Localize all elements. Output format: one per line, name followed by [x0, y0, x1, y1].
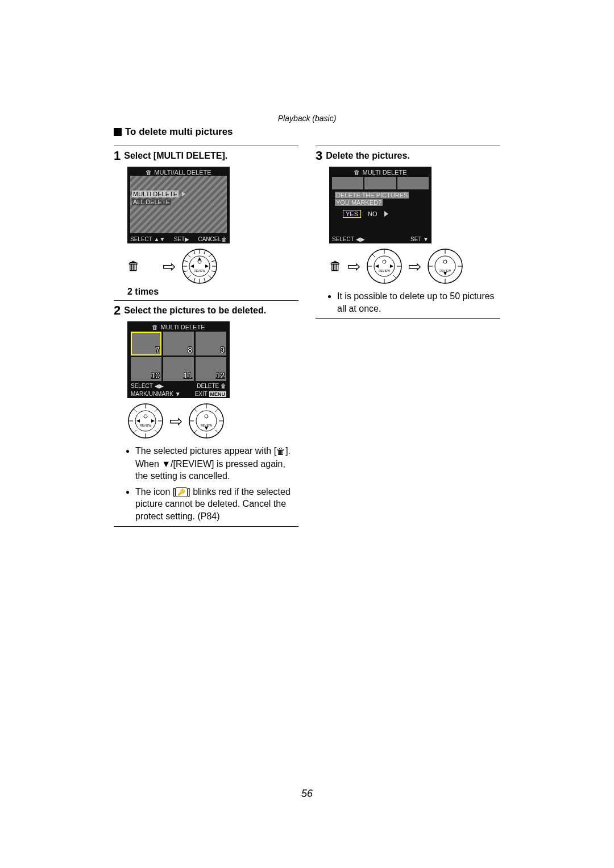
lcd1-option-all: ALL DELETE: [132, 199, 171, 205]
divider: [114, 146, 298, 146]
svg-text:REVIEW: REVIEW: [140, 424, 151, 427]
lcd3-yesno: YES NO: [343, 210, 388, 218]
note-item: The icon [🔑] blinks red if the selected …: [135, 486, 298, 523]
lcd3-title: 🗑 MULTI DELETE: [332, 169, 429, 176]
lcd3-message: DELETE THE PICTURES YOU MARKED?: [335, 192, 409, 206]
thumbnail: 11: [163, 357, 194, 381]
trash-icon: 🗑: [329, 260, 342, 272]
thumbnail: 10: [131, 357, 161, 381]
lcd3-footer: SELECT ◀▶ SET ▼: [332, 236, 429, 242]
step-2-header: 2 Select the pictures to be deleted.: [114, 304, 298, 317]
step-title: Delete the pictures.: [326, 150, 410, 161]
svg-text:REVIEW: REVIEW: [379, 269, 390, 272]
lcd-screen-1: 🗑 MULTI/ALL DELETE MULTI DELETE ALL DELE…: [127, 167, 230, 243]
thumbnail: 9: [196, 332, 226, 356]
no-option: NO: [368, 210, 377, 217]
divider: [114, 526, 298, 527]
divider: [316, 318, 500, 319]
protect-icon: 🔑: [175, 487, 188, 497]
arrow-right-icon: ⇨: [163, 257, 176, 276]
lcd3-thumb-strip: [332, 177, 429, 189]
manual-page: Playback (basic) To delete multi picture…: [0, 0, 614, 868]
svg-text:REVIEW: REVIEW: [201, 424, 212, 427]
lcd2-thumbnails: 7 8 9 10 11 12: [131, 332, 226, 381]
heading-bullet: [114, 128, 122, 136]
lcd1-footer: SELECT ▲▼ SET▶ CANCEL🗑: [130, 236, 227, 242]
down-icon: ▼: [423, 236, 429, 242]
lcd-screen-2: 🗑 MULTI DELETE 🗑 7 8 9 10 11 12 SELECT ◀…: [127, 321, 230, 398]
trash-icon: 🗑: [152, 324, 158, 330]
note-item: The selected pictures appear with [🗑]. W…: [135, 445, 298, 482]
lcd2-footer-row2: MARK/UNMARK ▼ EXIT MENU: [131, 391, 226, 397]
arrow-right-icon: ⇨: [347, 257, 360, 276]
step-3-header: 3 Delete the pictures.: [316, 150, 500, 162]
step3-notes: It is possible to delete up to 50 pictur…: [329, 290, 500, 315]
leftright-icon: ◀▶: [155, 383, 164, 389]
page-number: 56: [0, 788, 614, 800]
step-number: 2: [114, 304, 121, 317]
control-dial: REVIEW: [366, 248, 403, 284]
step-number: 3: [316, 150, 322, 162]
right-column: 3 Delete the pictures. 🗑 MULTI DELETE DE…: [316, 142, 500, 530]
right-icon: ▶: [185, 236, 189, 242]
divider: [114, 300, 298, 301]
review-label: REVIEW: [194, 269, 205, 272]
step1-controls: 🗑 ⇨: [127, 248, 298, 284]
down-icon: ▼: [175, 391, 181, 397]
arrow-right-icon: ⇨: [169, 412, 182, 431]
control-dial: REVIEW: [188, 403, 225, 439]
trash-icon: 🗑: [127, 260, 140, 272]
lcd-screen-3: 🗑 MULTI DELETE DELETE THE PICTURES YOU M…: [329, 167, 432, 243]
trash-icon: 🗑: [221, 383, 226, 389]
step2-notes: The selected pictures appear with [🗑]. W…: [127, 445, 298, 523]
chapter-label: Playback (basic): [114, 114, 500, 123]
step-1-header: 1 Select [MULTI DELETE].: [114, 150, 298, 162]
lcd1-option-multi: MULTI DELETE: [132, 191, 179, 197]
trash-icon: 🗑: [276, 445, 285, 458]
arrow-right-icon: ⇨: [408, 257, 421, 276]
section-heading: To delete multi pictures: [114, 126, 500, 138]
control-dial: REVIEW: [181, 248, 218, 284]
trash-icon: 🗑: [146, 169, 152, 176]
step3-controls: 🗑 ⇨ REVIEW: [329, 248, 500, 284]
step-title: Select the pictures to be deleted.: [124, 304, 266, 316]
control-dial: REVIEW: [127, 403, 164, 439]
trash-icon: 🗑: [221, 236, 227, 242]
divider: [316, 146, 500, 146]
left-column: 1 Select [MULTI DELETE]. 🗑 MULTI/ALL DEL…: [114, 142, 298, 530]
thumbnail: 7: [131, 332, 161, 356]
updown-icon: ▲▼: [152, 236, 165, 242]
svg-text:REVIEW: REVIEW: [439, 269, 451, 272]
right-triangle-icon: [384, 211, 388, 217]
menu-badge: MENU: [209, 391, 227, 397]
step2-controls: REVIEW ⇨: [127, 403, 298, 439]
leftright-icon: ◀▶: [356, 236, 365, 242]
heading-text: To delete multi pictures: [125, 126, 233, 138]
note-item: It is possible to delete up to 50 pictur…: [337, 290, 500, 315]
lcd2-footer-row1: SELECT ◀▶ DELETE 🗑: [131, 383, 226, 389]
two-times-label: 2 times: [127, 287, 298, 297]
thumbnail: 12: [196, 357, 226, 381]
step-number: 1: [114, 150, 121, 162]
trash-icon: 🗑: [354, 169, 360, 176]
lcd2-title: 🗑 MULTI DELETE: [130, 324, 227, 330]
yes-option: YES: [343, 210, 361, 218]
control-dial: REVIEW: [427, 248, 463, 284]
thumbnail: 8: [163, 332, 194, 356]
step-title: Select [MULTI DELETE].: [124, 150, 227, 161]
lcd1-title: 🗑 MULTI/ALL DELETE: [130, 169, 227, 176]
